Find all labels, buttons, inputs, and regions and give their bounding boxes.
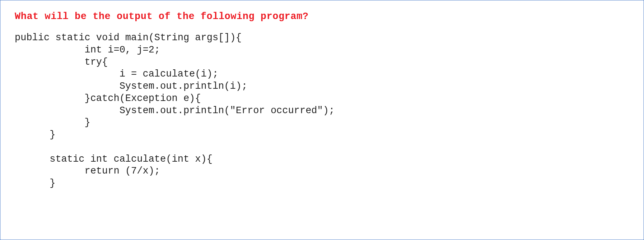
code-line: } [15, 129, 55, 140]
code-line: static int calculate(int x){ [15, 154, 213, 165]
code-line: System.out.println(i); [15, 81, 247, 92]
code-line: } [15, 178, 55, 189]
code-block: public static void main(String args[]){ … [15, 32, 629, 190]
code-line: int i=0, j=2; [15, 45, 160, 55]
question-title: What will be the output of the following… [15, 11, 629, 22]
code-question-container: What will be the output of the following… [0, 0, 644, 240]
code-line: } [15, 117, 90, 128]
code-line: i = calculate(i); [15, 69, 218, 79]
code-line: return (7/x); [15, 166, 160, 176]
code-line: }catch(Exception e){ [15, 93, 201, 104]
code-line: try{ [15, 57, 108, 68]
code-line: public static void main(String args[]){ [15, 32, 242, 43]
code-line: System.out.println("Error occurred"); [15, 105, 335, 116]
